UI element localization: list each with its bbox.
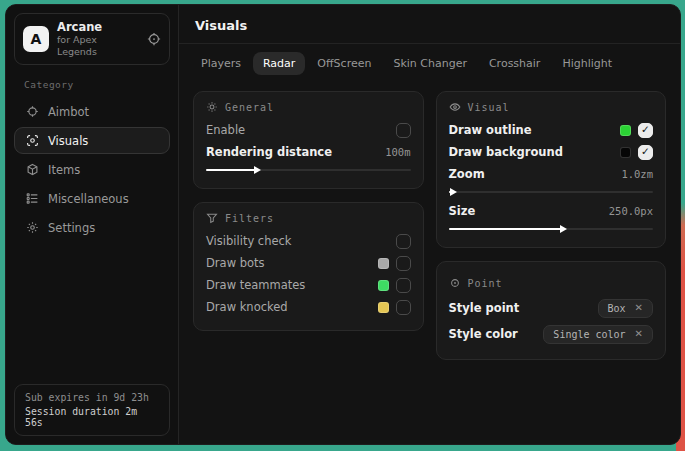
draw-bots-checkbox[interactable] (396, 256, 411, 271)
chip-label: Single color (553, 329, 625, 340)
chip-label: Box (608, 303, 626, 314)
size-value: 250.0px (609, 205, 653, 217)
tab-skin-changer[interactable]: Skin Changer (383, 52, 477, 75)
draw-teammates-label: Draw teammates (206, 278, 305, 292)
enable-checkbox[interactable] (396, 123, 411, 138)
sidebar-item-miscellaneous[interactable]: Miscellaneous (14, 185, 170, 212)
sidebar: A Arcane for Apex Legends Category (6, 5, 179, 444)
tab-players[interactable]: Players (191, 52, 251, 75)
draw-bots-color-swatch[interactable] (378, 258, 389, 269)
point-panel: Point Style point Box Style color Single… (436, 261, 667, 360)
page-title: Visuals (195, 18, 664, 33)
scan-eye-icon (25, 134, 39, 147)
draw-background-label: Draw background (449, 145, 563, 159)
draw-background-checkbox[interactable] (638, 145, 653, 160)
slider-fill (449, 191, 451, 193)
list-icon (25, 192, 39, 205)
rendering-distance-slider[interactable] (206, 166, 411, 174)
zoom-label: Zoom (449, 167, 485, 181)
tab-bar: Players Radar OffScreen Skin Changer Cro… (179, 44, 680, 79)
tab-crosshair[interactable]: Crosshair (479, 52, 550, 75)
app-window: A Arcane for Apex Legends Category (5, 4, 681, 445)
sidebar-item-label: Visuals (48, 134, 88, 148)
size-label: Size (449, 204, 476, 218)
style-point-chip[interactable]: Box (598, 299, 653, 318)
draw-outline-color-swatch[interactable] (620, 125, 631, 136)
rendering-distance-value: 100m (385, 146, 410, 158)
draw-knocked-color-swatch[interactable] (378, 302, 389, 313)
right-column: Visual Draw outline Draw background (436, 91, 667, 360)
filters-panel: Filters Visibility check Draw bots (193, 202, 424, 331)
sidebar-item-visuals[interactable]: Visuals (14, 127, 170, 154)
session-duration: Session duration 2m 56s (25, 406, 159, 428)
crosshair-icon (25, 105, 39, 118)
target-icon[interactable] (147, 32, 161, 46)
filters-panel-header: Filters (206, 212, 411, 224)
app-logo: A (23, 26, 49, 52)
box-icon (25, 163, 39, 176)
app-title: Arcane (57, 20, 139, 34)
slider-fill (206, 169, 255, 171)
dot-icon (449, 277, 461, 289)
draw-teammates-checkbox[interactable] (396, 278, 411, 293)
draw-background-row: Draw background (449, 141, 654, 163)
tab-highlight[interactable]: Highlight (552, 52, 622, 75)
brightness-icon (206, 101, 218, 113)
panel-title: General (225, 102, 274, 113)
sidebar-item-items[interactable]: Items (14, 156, 170, 183)
sidebar-item-label: Miscellaneous (48, 192, 129, 206)
draw-outline-row: Draw outline (449, 119, 654, 141)
draw-bots-row: Draw bots (206, 252, 411, 274)
sidebar-nav: Aimbot Visuals Items (14, 98, 170, 241)
point-panel-header: Point (449, 277, 654, 289)
session-info-box: Sub expires in 9d 23h Session duration 2… (14, 384, 170, 436)
draw-outline-checkbox[interactable] (638, 123, 653, 138)
enable-label: Enable (206, 123, 245, 137)
eye-icon (449, 101, 461, 113)
slider-fill (449, 228, 561, 230)
sidebar-item-label: Aimbot (48, 105, 89, 119)
style-point-label: Style point (449, 301, 520, 315)
draw-teammates-color-swatch[interactable] (378, 280, 389, 291)
tab-offscreen[interactable]: OffScreen (307, 52, 381, 75)
general-panel: General Enable Rendering distance 100m (193, 91, 424, 189)
main-area: Visuals Players Radar OffScreen Skin Cha… (179, 5, 680, 444)
zoom-row: Zoom 1.0zm (449, 163, 654, 185)
size-row: Size 250.0px (449, 200, 654, 222)
left-column: General Enable Rendering distance 100m (193, 91, 424, 331)
panel-title: Point (468, 278, 503, 289)
draw-knocked-label: Draw knocked (206, 300, 288, 314)
panel-title: Visual (468, 102, 510, 113)
zoom-value: 1.0zm (621, 168, 653, 180)
app-title-block: Arcane for Apex Legends (57, 20, 139, 58)
main-header: Visuals (179, 5, 680, 44)
style-point-row: Style point Box (449, 295, 654, 321)
style-color-chip[interactable]: Single color (543, 325, 653, 344)
app-subtitle: for Apex Legends (57, 34, 139, 58)
visibility-check-checkbox[interactable] (396, 234, 411, 249)
remove-icon[interactable] (635, 303, 643, 313)
subscription-expiry: Sub expires in 9d 23h (25, 392, 159, 403)
draw-bots-label: Draw bots (206, 256, 265, 270)
visibility-check-row: Visibility check (206, 230, 411, 252)
sidebar-item-aimbot[interactable]: Aimbot (14, 98, 170, 125)
draw-background-color-swatch[interactable] (620, 147, 631, 158)
visual-panel-header: Visual (449, 101, 654, 113)
zoom-slider[interactable] (449, 188, 654, 196)
style-color-row: Style color Single color (449, 321, 654, 347)
tab-radar[interactable]: Radar (253, 52, 305, 75)
draw-knocked-checkbox[interactable] (396, 300, 411, 315)
draw-outline-label: Draw outline (449, 123, 532, 137)
visual-panel: Visual Draw outline Draw background (436, 91, 667, 248)
sidebar-item-settings[interactable]: Settings (14, 214, 170, 241)
draw-knocked-row: Draw knocked (206, 296, 411, 318)
visibility-check-label: Visibility check (206, 234, 292, 248)
gear-icon (25, 221, 39, 234)
sidebar-item-label: Settings (48, 221, 95, 235)
size-slider[interactable] (449, 225, 654, 233)
app-header: A Arcane for Apex Legends (14, 13, 170, 65)
remove-icon[interactable] (635, 329, 643, 339)
style-color-label: Style color (449, 327, 518, 341)
category-label: Category (24, 79, 160, 90)
draw-teammates-row: Draw teammates (206, 274, 411, 296)
